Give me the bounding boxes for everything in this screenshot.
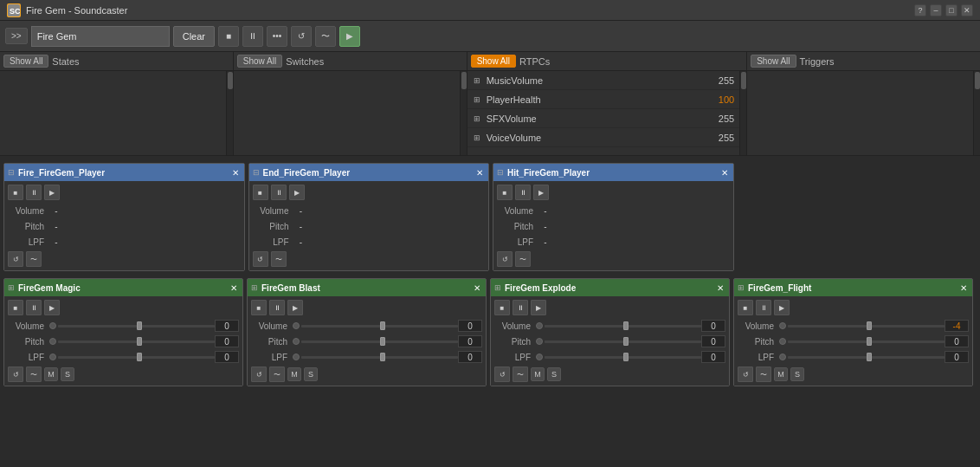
- stop-btn[interactable]: ■: [251, 300, 267, 315]
- wave-btn[interactable]: 〜: [271, 251, 287, 267]
- solo-btn[interactable]: S: [304, 367, 318, 381]
- rtpcs-show-all-btn[interactable]: Show All: [471, 55, 516, 68]
- wave-btn[interactable]: 〜: [26, 366, 42, 382]
- lpf-slider[interactable]: [545, 356, 701, 359]
- volume-knob[interactable]: [536, 322, 543, 329]
- player-close-btn[interactable]: ✕: [715, 282, 725, 293]
- loop-button[interactable]: ↺: [291, 26, 312, 47]
- loop-btn[interactable]: ↺: [738, 366, 753, 382]
- player-close-btn[interactable]: ✕: [472, 282, 482, 293]
- lpf-knob[interactable]: [293, 353, 300, 360]
- volume-knob[interactable]: [293, 322, 300, 329]
- player-close-btn[interactable]: ✕: [230, 167, 241, 178]
- rtpc-icon: ⊞: [471, 75, 483, 87]
- nav-button[interactable]: >>: [5, 28, 28, 44]
- pause-btn[interactable]: ⏸: [515, 185, 531, 200]
- pitch-knob[interactable]: [779, 338, 786, 345]
- pitch-label: Pitch: [253, 222, 289, 231]
- pitch-slider[interactable]: [301, 341, 458, 343]
- pause-btn[interactable]: ⏸: [271, 185, 287, 200]
- loop-btn[interactable]: ↺: [8, 251, 23, 267]
- play-btn[interactable]: ▶: [289, 185, 305, 200]
- stop-btn[interactable]: ■: [738, 300, 753, 315]
- loop-btn[interactable]: ↺: [8, 366, 23, 382]
- volume-slider[interactable]: [545, 325, 701, 328]
- wave-btn[interactable]: 〜: [26, 251, 42, 267]
- play-btn[interactable]: ▶: [774, 300, 790, 315]
- lpf-slider[interactable]: [788, 356, 945, 359]
- close-btn[interactable]: ✕: [961, 4, 973, 16]
- wave-btn[interactable]: 〜: [269, 366, 285, 382]
- player-close-btn[interactable]: ✕: [958, 282, 969, 293]
- states-show-all-btn[interactable]: Show All: [3, 55, 48, 68]
- play-btn[interactable]: ▶: [44, 300, 60, 315]
- pitch-slider[interactable]: [545, 341, 701, 343]
- pitch-knob[interactable]: [49, 338, 56, 345]
- rtpc-row[interactable]: ⊞ MusicVolume 255: [467, 71, 747, 90]
- lpf-knob[interactable]: [49, 353, 56, 360]
- loop-btn[interactable]: ↺: [253, 251, 268, 267]
- solo-btn[interactable]: S: [790, 367, 804, 381]
- switches-show-all-btn[interactable]: Show All: [237, 55, 282, 68]
- pitch-slider[interactable]: [788, 341, 945, 343]
- stop-btn[interactable]: ■: [494, 300, 510, 315]
- rtpc-row[interactable]: ⊞ VoiceVolume 255: [467, 128, 747, 147]
- stop-btn[interactable]: ■: [497, 185, 513, 200]
- mute-btn[interactable]: M: [44, 367, 58, 381]
- clear-button[interactable]: Clear: [173, 26, 215, 47]
- stop-btn[interactable]: ■: [253, 185, 268, 200]
- pause-btn[interactable]: ⏸: [26, 300, 42, 315]
- lpf-slider[interactable]: [301, 356, 458, 359]
- rtpc-row[interactable]: ⊞ SFXVolume 255: [467, 109, 747, 128]
- stop-button[interactable]: ■: [218, 26, 239, 47]
- mute-btn[interactable]: M: [531, 367, 545, 381]
- player-close-btn[interactable]: ✕: [229, 282, 239, 293]
- play-btn[interactable]: ▶: [44, 185, 60, 200]
- volume-knob[interactable]: [779, 322, 786, 329]
- solo-btn[interactable]: S: [61, 367, 74, 381]
- play-active-button[interactable]: ▶: [339, 26, 360, 47]
- mute-btn[interactable]: M: [774, 367, 788, 381]
- triggers-show-all-btn[interactable]: Show All: [751, 55, 796, 68]
- lpf-knob[interactable]: [779, 353, 786, 360]
- maximize-btn[interactable]: □: [945, 4, 957, 16]
- volume-slider[interactable]: [58, 325, 215, 328]
- volume-value: -: [537, 206, 554, 216]
- pause-button[interactable]: ⏸: [242, 26, 263, 47]
- loop-btn[interactable]: ↺: [494, 366, 510, 382]
- pitch-slider[interactable]: [58, 341, 215, 343]
- wave-button[interactable]: 〜: [315, 26, 336, 47]
- lpf-slider[interactable]: [58, 356, 215, 359]
- wave-btn[interactable]: 〜: [756, 366, 771, 382]
- loop-btn[interactable]: ↺: [497, 251, 513, 267]
- pause-btn[interactable]: ⏸: [513, 300, 528, 315]
- wave-btn[interactable]: 〜: [515, 251, 531, 267]
- play-btn[interactable]: ▶: [533, 185, 549, 200]
- pitch-knob[interactable]: [293, 338, 300, 345]
- pitch-knob[interactable]: [536, 338, 543, 345]
- play-btn[interactable]: ▶: [531, 300, 546, 315]
- menu-button[interactable]: •••: [267, 26, 287, 47]
- player-close-btn[interactable]: ✕: [474, 167, 485, 178]
- pause-btn[interactable]: ⏸: [269, 300, 285, 315]
- wave-btn[interactable]: 〜: [513, 366, 528, 382]
- pause-btn[interactable]: ⏸: [26, 185, 42, 200]
- pause-btn[interactable]: ⏸: [756, 300, 771, 315]
- solo-btn[interactable]: S: [547, 367, 561, 381]
- minimize-btn[interactable]: –: [930, 4, 942, 16]
- play-btn[interactable]: ▶: [287, 300, 303, 315]
- stop-btn[interactable]: ■: [8, 300, 23, 315]
- volume-slider[interactable]: [788, 325, 945, 328]
- help-btn[interactable]: ?: [914, 4, 926, 16]
- player-close-btn[interactable]: ✕: [719, 167, 730, 178]
- rtpc-row[interactable]: ⊞ PlayerHealth 100: [467, 90, 747, 109]
- stop-btn[interactable]: ■: [8, 185, 23, 200]
- loop-btn[interactable]: ↺: [251, 366, 267, 382]
- lpf-knob[interactable]: [536, 353, 543, 360]
- search-input[interactable]: [31, 26, 170, 47]
- mute-btn[interactable]: M: [287, 367, 301, 381]
- volume-slider[interactable]: [301, 325, 458, 328]
- lpf-row: LPF -: [253, 235, 486, 249]
- lpf-value: 0: [945, 351, 969, 363]
- volume-knob[interactable]: [49, 322, 56, 329]
